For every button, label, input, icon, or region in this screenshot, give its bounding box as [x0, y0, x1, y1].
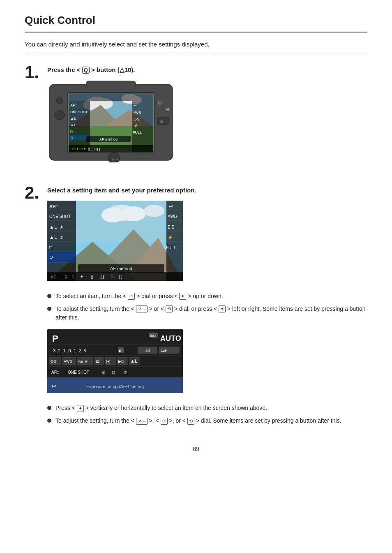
svg-text:↩: ↩ — [169, 204, 173, 209]
svg-text:↩: ↩ — [51, 383, 56, 389]
svg-text:ONE SHOT: ONE SHOT — [49, 214, 71, 219]
svg-text:AF method: AF method — [110, 266, 132, 271]
svg-text:🖼: 🖼 — [96, 359, 99, 363]
bullet-dot-3 — [47, 419, 51, 423]
svg-text:⊙: ⊙ — [102, 370, 105, 375]
title-divider — [25, 53, 367, 53]
bullet-2-item-1: Press < ✦ > vertically or horizontally t… — [47, 404, 367, 412]
svg-point-38 — [56, 97, 63, 104]
svg-text:ONE SHOT: ONE SHOT — [70, 110, 88, 114]
bullet-1-item-2: To adjust the setting, turn the < ↗⁓ > o… — [47, 305, 367, 322]
svg-text:AF method: AF method — [99, 137, 118, 141]
svg-text:(♦): (♦) — [106, 359, 111, 363]
svg-text:▲L: ▲L — [70, 123, 76, 127]
page-title: Quick Control — [25, 12, 367, 32]
svg-text:②: ② — [123, 370, 127, 375]
svg-rect-1 — [86, 81, 136, 89]
svg-text:□: □ — [112, 370, 115, 375]
svg-text:□: □ — [111, 275, 113, 279]
svg-text:FULL: FULL — [133, 130, 142, 134]
svg-text:AWB: AWB — [168, 214, 177, 219]
step-1-content: Press the < Q > button (△10). — [47, 65, 367, 174]
svg-text:▶□: ▶□ — [118, 359, 124, 363]
step-2-title: Select a setting item and set your prefe… — [47, 186, 367, 195]
svg-rect-35 — [157, 117, 169, 125]
svg-text:▲L: ▲L — [130, 359, 137, 363]
svg-rect-50 — [47, 201, 76, 281]
bullet-dot — [47, 307, 51, 311]
svg-text:[ ]: [ ] — [119, 275, 122, 279]
svg-text:⊙: ⊙ — [49, 255, 53, 259]
svg-point-46 — [144, 205, 164, 217]
svg-text:□: □ — [70, 130, 73, 134]
intro-text: You can directly and intuitively select … — [25, 40, 367, 49]
svg-text:SET: SET — [112, 157, 119, 161]
svg-text:AWB: AWB — [64, 359, 72, 363]
svg-text:[ ]: [ ] — [101, 275, 104, 279]
svg-text:ISO: ISO — [150, 334, 156, 338]
bullet-list-1: To select an item, turn the < ⟳ > dial o… — [47, 292, 367, 322]
svg-text:☆□: ☆□ — [51, 275, 56, 279]
svg-text:AF: AF — [166, 108, 170, 111]
svg-text:E·S: E·S — [168, 225, 174, 229]
svg-text:AF□: AF□ — [51, 370, 59, 375]
qc-screen-2: P ISO AUTO ¯3..2..1..0̣..1..2..3 ▶ ±0 🗂≡ — [47, 329, 175, 396]
bullet-dot — [47, 294, 51, 298]
svg-text:AF□: AF□ — [49, 204, 58, 209]
step-2-content: Select a setting item and set your prefe… — [47, 186, 367, 433]
bullet-dot-2 — [47, 406, 51, 410]
page-number: 89 — [25, 445, 367, 454]
svg-text:□: □ — [49, 245, 52, 250]
svg-text:▲L: ▲L — [49, 224, 57, 230]
svg-text:AWB: AWB — [133, 111, 141, 115]
svg-text:P: P — [52, 333, 58, 344]
svg-text:¯3..2..1..0̣..1..2..3: ¯3..2..1..0̣..1..2..3 — [50, 348, 86, 354]
svg-text:▲L: ▲L — [70, 116, 76, 120]
svg-text:⚡: ⚡ — [134, 123, 138, 128]
step-2: 2. Select a setting item and set your pr… — [25, 186, 367, 433]
svg-text:②: ② — [60, 235, 63, 240]
svg-text:Q: Q — [160, 120, 163, 123]
svg-text:⚡: ⚡ — [168, 235, 173, 240]
svg-text:AUTO: AUTO — [160, 334, 181, 342]
svg-text:⊙: ⊙ — [70, 136, 74, 140]
camera-illustration: AF□ ONE SHOT ▲L ▲L □ ⊙ ↩ AWB E·S ⚡ FULL … — [47, 80, 175, 165]
svg-text:*: * — [158, 102, 159, 105]
svg-point-37 — [55, 110, 65, 120]
step-2-number: 2. — [25, 184, 47, 201]
bullet-2-item-2: To adjust the setting, turn the < ↗⁓ >, … — [47, 416, 367, 425]
svg-text:⊙: ⊙ — [65, 275, 68, 279]
step-1-title: Press the < Q > button (△10). — [47, 65, 367, 75]
svg-text:☆□  ⊙  □  ✦  ⣿  [ ]  □  [ ]: ☆□ ⊙ □ ✦ ⣿ [ ] □ [ ] — [71, 147, 100, 151]
bullet-1-item-1: To select an item, turn the < ⟳ > dial o… — [47, 292, 367, 301]
svg-rect-51 — [166, 201, 183, 281]
svg-text:E·S: E·S — [134, 117, 140, 121]
svg-text:⣿: ⣿ — [90, 275, 93, 279]
svg-text:WB ⚡: WB ⚡ — [78, 359, 88, 363]
svg-text:▲L: ▲L — [49, 234, 57, 240]
svg-text:AF□: AF□ — [70, 103, 78, 107]
svg-text:↩: ↩ — [134, 103, 137, 107]
svg-text:✦: ✦ — [80, 275, 83, 279]
svg-text:ONE SHOT: ONE SHOT — [68, 370, 89, 375]
svg-rect-12 — [69, 93, 153, 101]
step-1-number: 1. — [25, 64, 47, 81]
svg-text:E·S: E·S — [51, 359, 57, 363]
svg-text:FULL: FULL — [166, 245, 176, 250]
svg-text:□: □ — [72, 275, 74, 279]
svg-text:±0: ±0 — [145, 348, 150, 353]
svg-point-44 — [101, 208, 125, 222]
svg-text:①: ① — [60, 225, 63, 229]
svg-point-31 — [157, 99, 163, 106]
svg-text:Exposure comp./AEB setting: Exposure comp./AEB setting — [86, 384, 144, 389]
svg-point-45 — [121, 206, 146, 221]
bullet-list-2: Press < ✦ > vertically or horizontally t… — [47, 404, 367, 425]
qc-screen-1: AF□ ONE SHOT ▲L ① ▲L ② □ ⊙ ↩ AWB — [47, 201, 175, 284]
svg-text:▶: ▶ — [119, 349, 122, 353]
svg-text:🗂≡: 🗂≡ — [160, 348, 167, 353]
step-1: 1. Press the < Q > button (△10). — [25, 65, 367, 174]
